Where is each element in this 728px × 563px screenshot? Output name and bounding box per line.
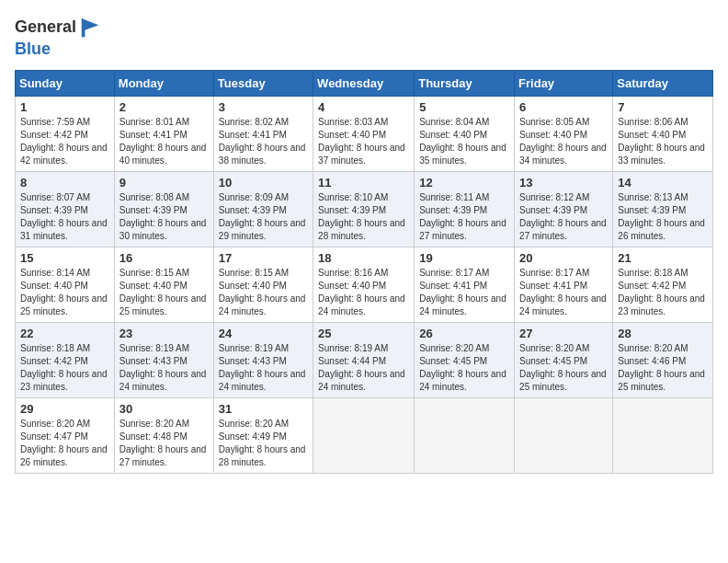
calendar-header-row: SundayMondayTuesdayWednesdayThursdayFrid… bbox=[16, 70, 713, 96]
svg-marker-0 bbox=[82, 18, 99, 38]
calendar-cell: 10Sunrise: 8:09 AMSunset: 4:39 PMDayligh… bbox=[213, 171, 313, 247]
calendar-cell: 4Sunrise: 8:03 AMSunset: 4:40 PMDaylight… bbox=[313, 96, 415, 171]
day-number: 30 bbox=[119, 402, 209, 416]
cell-details: Sunrise: 8:15 AMSunset: 4:40 PMDaylight:… bbox=[119, 267, 209, 318]
calendar-cell: 15Sunrise: 8:14 AMSunset: 4:40 PMDayligh… bbox=[16, 247, 115, 322]
calendar-week-row: 29Sunrise: 8:20 AMSunset: 4:47 PMDayligh… bbox=[16, 397, 713, 473]
cell-details: Sunrise: 8:05 AMSunset: 4:40 PMDaylight:… bbox=[519, 116, 608, 167]
cell-details: Sunrise: 8:18 AMSunset: 4:42 PMDaylight:… bbox=[20, 342, 109, 394]
weekday-header: Friday bbox=[515, 70, 613, 96]
cell-details: Sunrise: 8:20 AMSunset: 4:46 PMDaylight:… bbox=[618, 342, 708, 394]
calendar-cell: 9Sunrise: 8:08 AMSunset: 4:39 PMDaylight… bbox=[114, 171, 213, 247]
day-number: 22 bbox=[20, 327, 109, 340]
cell-details: Sunrise: 8:20 AMSunset: 4:45 PMDaylight:… bbox=[419, 342, 509, 394]
calendar-cell: 29Sunrise: 8:20 AMSunset: 4:47 PMDayligh… bbox=[16, 397, 115, 473]
day-number: 2 bbox=[119, 100, 209, 114]
logo: General Blue bbox=[15, 15, 104, 59]
day-number: 24 bbox=[219, 327, 308, 340]
cell-details: Sunrise: 8:03 AMSunset: 4:40 PMDaylight:… bbox=[318, 116, 409, 167]
calendar-cell bbox=[613, 397, 713, 473]
day-number: 1 bbox=[20, 100, 109, 114]
day-number: 9 bbox=[119, 176, 209, 190]
day-number: 29 bbox=[20, 402, 109, 416]
calendar-table: SundayMondayTuesdayWednesdayThursdayFrid… bbox=[15, 70, 713, 474]
cell-details: Sunrise: 8:15 AMSunset: 4:40 PMDaylight:… bbox=[219, 267, 308, 318]
day-number: 5 bbox=[419, 100, 509, 114]
cell-details: Sunrise: 8:06 AMSunset: 4:40 PMDaylight:… bbox=[618, 116, 708, 167]
calendar-cell: 6Sunrise: 8:05 AMSunset: 4:40 PMDaylight… bbox=[515, 96, 613, 171]
day-number: 18 bbox=[318, 251, 409, 265]
day-number: 23 bbox=[119, 327, 209, 340]
calendar-cell: 25Sunrise: 8:19 AMSunset: 4:44 PMDayligh… bbox=[313, 322, 415, 397]
day-number: 15 bbox=[20, 251, 109, 265]
cell-details: Sunrise: 8:19 AMSunset: 4:43 PMDaylight:… bbox=[219, 342, 308, 394]
cell-details: Sunrise: 8:12 AMSunset: 4:39 PMDaylight:… bbox=[519, 191, 608, 243]
calendar-cell: 28Sunrise: 8:20 AMSunset: 4:46 PMDayligh… bbox=[613, 322, 713, 397]
cell-details: Sunrise: 8:10 AMSunset: 4:39 PMDaylight:… bbox=[318, 191, 409, 243]
calendar-cell: 20Sunrise: 8:17 AMSunset: 4:41 PMDayligh… bbox=[515, 247, 613, 322]
cell-details: Sunrise: 8:18 AMSunset: 4:42 PMDaylight:… bbox=[618, 267, 708, 318]
day-number: 11 bbox=[318, 176, 409, 190]
calendar-week-row: 22Sunrise: 8:18 AMSunset: 4:42 PMDayligh… bbox=[16, 322, 713, 397]
calendar-cell: 12Sunrise: 8:11 AMSunset: 4:39 PMDayligh… bbox=[415, 171, 515, 247]
calendar-cell: 27Sunrise: 8:20 AMSunset: 4:45 PMDayligh… bbox=[515, 322, 613, 397]
weekday-header: Tuesday bbox=[213, 70, 313, 96]
weekday-header: Saturday bbox=[613, 70, 713, 96]
weekday-header: Wednesday bbox=[313, 70, 415, 96]
cell-details: Sunrise: 8:20 AMSunset: 4:49 PMDaylight:… bbox=[219, 418, 308, 469]
cell-details: Sunrise: 8:20 AMSunset: 4:47 PMDaylight:… bbox=[20, 418, 109, 469]
calendar-cell bbox=[515, 397, 613, 473]
day-number: 12 bbox=[419, 176, 509, 190]
calendar-week-row: 8Sunrise: 8:07 AMSunset: 4:39 PMDaylight… bbox=[16, 171, 713, 247]
day-number: 27 bbox=[519, 327, 608, 340]
weekday-header: Sunday bbox=[16, 70, 115, 96]
cell-details: Sunrise: 8:07 AMSunset: 4:39 PMDaylight:… bbox=[20, 191, 109, 243]
day-number: 8 bbox=[20, 176, 109, 190]
calendar-cell: 22Sunrise: 8:18 AMSunset: 4:42 PMDayligh… bbox=[16, 322, 115, 397]
cell-details: Sunrise: 8:14 AMSunset: 4:40 PMDaylight:… bbox=[20, 267, 109, 318]
calendar-week-row: 1Sunrise: 7:59 AMSunset: 4:42 PMDaylight… bbox=[16, 96, 713, 171]
calendar-cell bbox=[415, 397, 515, 473]
day-number: 26 bbox=[419, 327, 509, 340]
logo-flag-icon bbox=[78, 15, 104, 40]
calendar-cell: 26Sunrise: 8:20 AMSunset: 4:45 PMDayligh… bbox=[415, 322, 515, 397]
day-number: 25 bbox=[318, 327, 409, 340]
page-header: General Blue bbox=[15, 15, 713, 59]
day-number: 20 bbox=[519, 251, 608, 265]
day-number: 17 bbox=[219, 251, 308, 265]
cell-details: Sunrise: 8:19 AMSunset: 4:43 PMDaylight:… bbox=[119, 342, 209, 394]
calendar-cell: 19Sunrise: 8:17 AMSunset: 4:41 PMDayligh… bbox=[415, 247, 515, 322]
calendar-cell: 5Sunrise: 8:04 AMSunset: 4:40 PMDaylight… bbox=[415, 96, 515, 171]
calendar-cell: 21Sunrise: 8:18 AMSunset: 4:42 PMDayligh… bbox=[613, 247, 713, 322]
day-number: 4 bbox=[318, 100, 409, 114]
logo-blue: Blue bbox=[15, 40, 51, 58]
day-number: 13 bbox=[519, 176, 608, 190]
day-number: 16 bbox=[119, 251, 209, 265]
cell-details: Sunrise: 7:59 AMSunset: 4:42 PMDaylight:… bbox=[20, 116, 109, 167]
day-number: 3 bbox=[219, 100, 308, 114]
weekday-header: Monday bbox=[114, 70, 213, 96]
cell-details: Sunrise: 8:01 AMSunset: 4:41 PMDaylight:… bbox=[119, 116, 209, 167]
calendar-cell: 11Sunrise: 8:10 AMSunset: 4:39 PMDayligh… bbox=[313, 171, 415, 247]
day-number: 6 bbox=[519, 100, 608, 114]
cell-details: Sunrise: 8:02 AMSunset: 4:41 PMDaylight:… bbox=[219, 116, 308, 167]
calendar-cell: 31Sunrise: 8:20 AMSunset: 4:49 PMDayligh… bbox=[213, 397, 313, 473]
day-number: 19 bbox=[419, 251, 509, 265]
weekday-header: Thursday bbox=[415, 70, 515, 96]
cell-details: Sunrise: 8:13 AMSunset: 4:39 PMDaylight:… bbox=[618, 191, 708, 243]
day-number: 21 bbox=[618, 251, 708, 265]
day-number: 7 bbox=[618, 100, 708, 114]
day-number: 14 bbox=[618, 176, 708, 190]
calendar-cell: 17Sunrise: 8:15 AMSunset: 4:40 PMDayligh… bbox=[213, 247, 313, 322]
cell-details: Sunrise: 8:04 AMSunset: 4:40 PMDaylight:… bbox=[419, 116, 509, 167]
calendar-cell: 1Sunrise: 7:59 AMSunset: 4:42 PMDaylight… bbox=[16, 96, 115, 171]
logo-general: General bbox=[15, 17, 76, 36]
cell-details: Sunrise: 8:11 AMSunset: 4:39 PMDaylight:… bbox=[419, 191, 509, 243]
cell-details: Sunrise: 8:08 AMSunset: 4:39 PMDaylight:… bbox=[119, 191, 209, 243]
calendar-cell: 2Sunrise: 8:01 AMSunset: 4:41 PMDaylight… bbox=[114, 96, 213, 171]
cell-details: Sunrise: 8:20 AMSunset: 4:45 PMDaylight:… bbox=[519, 342, 608, 394]
cell-details: Sunrise: 8:19 AMSunset: 4:44 PMDaylight:… bbox=[318, 342, 409, 394]
cell-details: Sunrise: 8:16 AMSunset: 4:40 PMDaylight:… bbox=[318, 267, 409, 318]
calendar-cell: 7Sunrise: 8:06 AMSunset: 4:40 PMDaylight… bbox=[613, 96, 713, 171]
cell-details: Sunrise: 8:17 AMSunset: 4:41 PMDaylight:… bbox=[419, 267, 509, 318]
